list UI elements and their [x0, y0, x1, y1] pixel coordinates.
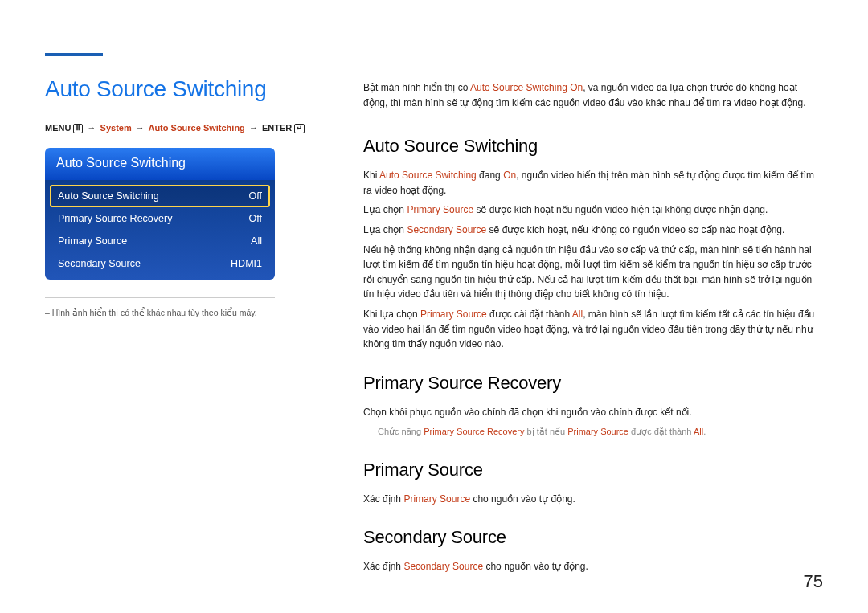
- keyword: Secondary Source: [407, 224, 486, 235]
- osd-row-value: All: [251, 235, 262, 247]
- paragraph: Xác định Primary Source cho nguồn vào tự…: [363, 492, 823, 507]
- osd-row-secondary-source[interactable]: Secondary Source HDMI1: [50, 252, 270, 275]
- osd-row-primary-source-recovery[interactable]: Primary Source Recovery Off: [50, 207, 270, 230]
- section-heading-ss: Secondary Source: [363, 524, 823, 551]
- text: được đặt thành: [628, 427, 694, 436]
- keyword: All: [694, 427, 703, 436]
- keyword: Primary Source: [567, 427, 628, 436]
- subnote: Chức năng Primary Source Recovery bị tắt…: [363, 425, 823, 439]
- arrow-icon: →: [88, 123, 96, 133]
- osd-body: Auto Source Switching Off Primary Source…: [45, 180, 275, 280]
- arrow-icon: →: [136, 123, 145, 133]
- text: Bật màn hình hiển thị có: [363, 82, 470, 93]
- keyword: Secondary Source: [403, 561, 483, 572]
- osd-title: Auto Source Switching: [45, 148, 275, 180]
- paragraph: Lựa chọn Secondary Source sẽ được kích h…: [363, 223, 823, 238]
- text: được cài đặt thành: [487, 309, 572, 320]
- paragraph: Xác định Secondary Source cho nguồn vào …: [363, 559, 823, 574]
- keyword: On: [503, 170, 516, 181]
- paragraph: Nếu hệ thống không nhận dạng cả nguồn tí…: [363, 243, 823, 302]
- keyword: Primary Source: [420, 309, 487, 320]
- osd-row-label: Auto Source Switching: [58, 190, 159, 202]
- text: Lựa chọn: [363, 224, 407, 235]
- keyword: Primary Source: [407, 204, 473, 215]
- text: .: [703, 427, 706, 436]
- breadcrumb: MENU Ⅲ → System → Auto Source Switching …: [45, 123, 310, 133]
- top-divider-accent: [45, 53, 103, 56]
- osd-row-label: Primary Source: [58, 235, 127, 247]
- section-heading-ass: Auto Source Switching: [363, 133, 823, 160]
- text: Khi: [363, 170, 379, 181]
- osd-row-label: Secondary Source: [58, 258, 141, 269]
- keyword: Auto Source Switching On: [470, 82, 583, 93]
- section-heading-ps: Primary Source: [363, 456, 823, 484]
- intro-paragraph: Bật màn hình hiển thị có Auto Source Swi…: [363, 80, 823, 110]
- top-divider: [45, 55, 823, 55]
- text: bị tắt nếu: [524, 427, 567, 436]
- left-column: Auto Source Switching MENU Ⅲ → System → …: [45, 76, 310, 317]
- paragraph: Khi lựa chọn Primary Source được cài đặt…: [363, 307, 823, 352]
- osd-row-value: Off: [249, 213, 262, 224]
- page-title: Auto Source Switching: [45, 76, 310, 102]
- dash-icon: [363, 431, 375, 431]
- text: Lựa chọn: [363, 204, 407, 215]
- text: cho nguồn vào tự động.: [470, 493, 575, 505]
- osd-row-auto-source-switching[interactable]: Auto Source Switching Off: [50, 185, 270, 207]
- text: Khi lựa chọn: [363, 309, 420, 320]
- text: Xác định: [363, 561, 403, 572]
- left-footnote: Hình ảnh hiển thị có thể khác nhau tùy t…: [45, 308, 310, 317]
- breadcrumb-ass: Auto Source Switching: [148, 123, 244, 133]
- enter-icon: ↵: [294, 124, 305, 133]
- arrow-icon: →: [249, 123, 258, 133]
- breadcrumb-enter: ENTER: [262, 123, 292, 133]
- left-divider: [45, 297, 275, 298]
- text: đang: [477, 170, 503, 181]
- right-column: Bật màn hình hiển thị có Auto Source Swi…: [363, 80, 823, 579]
- section-heading-psr: Primary Source Recovery: [363, 370, 823, 397]
- keyword: All: [572, 309, 583, 320]
- osd-row-label: Primary Source Recovery: [58, 213, 172, 224]
- text: Xác định: [363, 493, 403, 505]
- osd-row-primary-source[interactable]: Primary Source All: [50, 230, 270, 252]
- page-number: 75: [804, 571, 823, 592]
- breadcrumb-menu: MENU: [45, 123, 71, 133]
- paragraph: Chọn khôi phục nguồn vào chính đã chọn k…: [363, 405, 823, 420]
- breadcrumb-system: System: [100, 123, 132, 133]
- osd-row-value: HDMI1: [231, 258, 262, 269]
- osd-row-value: Off: [249, 190, 262, 202]
- osd-panel: Auto Source Switching Auto Source Switch…: [45, 148, 275, 280]
- keyword: Auto Source Switching: [379, 170, 477, 181]
- paragraph: Lựa chọn Primary Source sẽ được kích hoạ…: [363, 202, 823, 218]
- text: sẽ được kích hoạt, nếu không có nguồn vi…: [486, 224, 784, 235]
- text: sẽ được kích hoạt nếu nguồn video hiện t…: [473, 204, 768, 215]
- text: Chức năng: [378, 427, 424, 436]
- keyword: Primary Source: [403, 493, 470, 505]
- keyword: Primary Source Recovery: [424, 427, 524, 436]
- menu-icon: Ⅲ: [73, 124, 83, 133]
- paragraph: Khi Auto Source Switching đang On, nguồn…: [363, 168, 823, 198]
- text: cho nguồn vào tự động.: [483, 561, 588, 572]
